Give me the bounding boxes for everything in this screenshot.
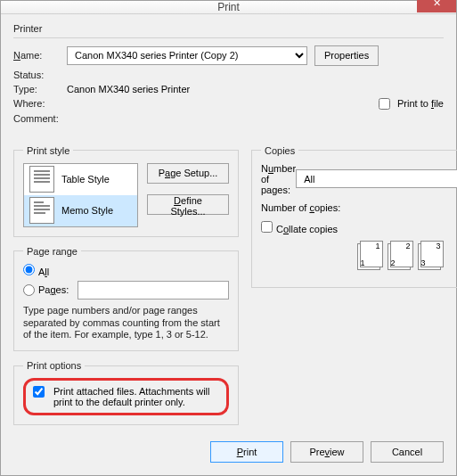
num-copies-label: Number of copies: [261, 202, 457, 213]
pages-input[interactable] [78, 281, 229, 300]
memo-style-icon [29, 197, 54, 224]
print-style-legend: Print style [23, 145, 73, 156]
copies-legend: Copies [261, 145, 298, 156]
style-item-label: Memo Style [61, 205, 113, 216]
print-style-list[interactable]: Table Style Memo Style [23, 163, 138, 227]
range-pages-wrap[interactable]: Pages: [23, 284, 78, 296]
num-pages-select[interactable]: All [296, 169, 457, 188]
range-all-wrap[interactable]: All [23, 264, 49, 277]
page-range-legend: Page range [23, 246, 81, 257]
define-styles-button[interactable]: Define Styles... [147, 194, 229, 215]
page-range-group: Page range All Pages: Type page numbers … [13, 246, 239, 351]
print-to-file-checkbox[interactable] [379, 98, 390, 110]
range-all-radio[interactable] [23, 264, 35, 275]
print-button[interactable]: Print [210, 441, 283, 463]
range-pages-radio[interactable] [23, 284, 35, 296]
table-style-icon [29, 166, 54, 193]
print-attached-label: Print attached files. Attachments will p… [53, 386, 219, 407]
cancel-button[interactable]: Cancel [371, 441, 444, 463]
type-value: Canon MX340 series Printer [67, 84, 190, 94]
print-dialog: Print ✕ Printer Name: Canon MX340 series… [0, 0, 457, 476]
print-to-file-wrap[interactable]: Print to file [379, 98, 444, 110]
close-button[interactable]: ✕ [417, 0, 456, 12]
preview-button[interactable]: Preview [290, 441, 363, 463]
print-options-legend: Print options [23, 360, 85, 371]
style-item-label: Table Style [61, 174, 110, 185]
dialog-footer: Print Preview Cancel [13, 434, 444, 463]
copies-group: Copies Number of pages: All Number of co… [251, 145, 457, 288]
properties-button[interactable]: Properties [314, 45, 379, 66]
where-label: Where: [13, 98, 67, 109]
collate-checkbox[interactable] [261, 221, 273, 233]
page-icon: 33 [418, 243, 441, 270]
page-icon: 22 [388, 243, 411, 270]
close-icon: ✕ [433, 0, 441, 9]
comment-label: Comment: [13, 113, 67, 124]
style-item-table[interactable]: Table Style [24, 164, 137, 195]
printer-name-label: Name: [13, 50, 67, 61]
print-attached-checkbox[interactable] [33, 386, 45, 398]
titlebar: Print ✕ [1, 1, 456, 14]
num-pages-label: Number of pages: [261, 163, 296, 195]
collate-wrap[interactable]: Collate copies [261, 221, 338, 234]
page-icon: 11 [357, 243, 380, 270]
collate-icons: 11 22 33 [261, 243, 457, 270]
printer-name-select[interactable]: Canon MX340 series Printer (Copy 2) [67, 46, 307, 65]
window-title: Print [217, 1, 240, 13]
print-style-group: Print style Table Style Memo Style [13, 145, 239, 237]
status-label: Status: [13, 70, 67, 80]
style-item-memo[interactable]: Memo Style [24, 195, 137, 226]
print-options-group: Print options Print attached files. Atta… [13, 360, 239, 425]
page-range-help: Type page numbers and/or page ranges sep… [23, 305, 229, 341]
print-to-file-label: Print to file [397, 98, 444, 109]
printer-group-label: Printer [13, 23, 444, 34]
range-pages-label: Pages: [38, 284, 78, 295]
collate-label: Collate copies [276, 224, 338, 234]
type-label: Type: [13, 84, 67, 94]
highlight-callout: Print attached files. Attachments will p… [23, 378, 229, 415]
page-setup-button[interactable]: Page Setup... [147, 163, 229, 184]
